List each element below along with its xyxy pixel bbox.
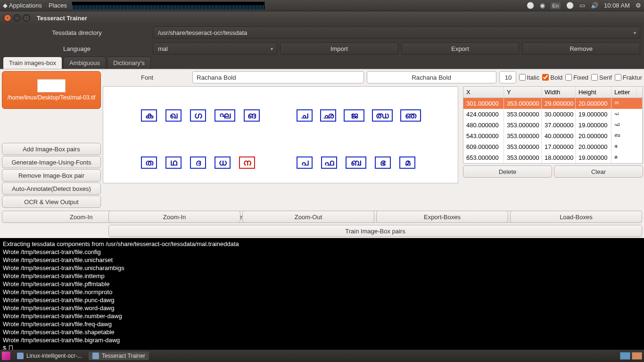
box-list-panel: X Y Width Height Letter 301.000000353.00… (461, 85, 644, 184)
menu-applications[interactable]: ◆ Applications (3, 2, 42, 9)
ocr-view-output-button[interactable]: OCR & View Output (2, 196, 101, 208)
window-minimize-button[interactable]: – (13, 14, 21, 22)
auto-annotate-button[interactable]: Auto-Annotate(Detect boxes) (2, 182, 101, 195)
col-letter[interactable]: Letter (611, 87, 637, 98)
glyph-box[interactable]: ബ (346, 156, 366, 169)
font-row: Font Italic Bold Fixed Serif Fraktur (103, 69, 644, 85)
table-row[interactable]: 653.000000353.00000018.00000019.000000മ (463, 152, 643, 163)
glyph-box[interactable]: പ (297, 156, 313, 169)
workspace-2[interactable] (632, 352, 642, 360)
app-icon (17, 353, 24, 359)
tab-train-images-box[interactable]: Train images-box (3, 57, 62, 69)
font-label: Font (105, 74, 190, 81)
col-y[interactable]: Y (504, 87, 542, 98)
image-thumbnail[interactable]: /home/linux/Desktop/Test/mal-03.tif (2, 71, 101, 109)
table-row[interactable]: 424.000000353.00000030.00000019.000000പ (463, 109, 643, 120)
glyph-box[interactable]: മ (399, 156, 415, 169)
taskbar-item-active[interactable]: Tesseract Trainer (89, 352, 149, 360)
glyph-box[interactable]: ദ (190, 156, 206, 169)
glyph-box[interactable]: ക (141, 109, 157, 122)
table-row[interactable]: 480.000000353.00000037.00000019.000000ഫ (463, 120, 643, 131)
volume-icon[interactable]: 🔊 (591, 2, 598, 9)
font-name-input[interactable] (192, 71, 364, 83)
font-desc-input[interactable] (367, 71, 496, 83)
italic-checkbox[interactable]: Italic (519, 74, 540, 81)
glyph-box[interactable]: ഛ (320, 109, 336, 122)
clear-box-button[interactable]: Clear (554, 165, 643, 178)
font-size-input[interactable] (499, 71, 516, 83)
train-image-box-button[interactable]: Train Image-Box pairs (108, 225, 642, 237)
glyph-box[interactable]: ഝ (372, 109, 393, 122)
add-image-box-button[interactable]: Add Image-Box pairs (2, 143, 101, 155)
tessdata-label: Tessdata directory (4, 29, 150, 36)
thumbnail-preview (37, 79, 66, 92)
col-height[interactable]: Height (576, 87, 611, 98)
window-maximize-button[interactable]: ▢ (23, 14, 30, 22)
tab-dictionarys[interactable]: Dictionary's (107, 57, 151, 69)
glyph-box[interactable]: ഗ (190, 109, 206, 122)
tab-ambiguous[interactable]: Ambiguous (63, 57, 106, 69)
glyph-box[interactable]: ച (297, 109, 313, 122)
terminal-output[interactable]: Extracting tessdata components from /usr… (0, 238, 644, 357)
import-button[interactable]: Import (280, 42, 398, 55)
bluetooth-icon[interactable]: ⚪ (527, 2, 534, 9)
menu-places[interactable]: Places (49, 2, 67, 9)
window-titlebar[interactable]: × – ▢ Tesseract Trainer (0, 11, 644, 25)
glyph-box[interactable]: ഞ (400, 109, 421, 122)
image-canvas[interactable]: ക ഖ ഗ ഘ ങ ച ഛ ജ ഝ ഞ ത ഥ ദ ധ (103, 86, 458, 183)
chevron-down-icon: ▾ (634, 30, 636, 35)
remove-button[interactable]: Remove (522, 42, 640, 55)
glyph-box[interactable]: ഫ (321, 156, 337, 169)
wifi-icon[interactable]: ◉ (540, 2, 545, 9)
taskbar-item[interactable]: Linux-intelligent-ocr-... (13, 352, 86, 360)
glyph-box[interactable]: ങ (244, 109, 260, 122)
box-table[interactable]: X Y Width Height Letter 301.000000353.00… (463, 86, 643, 164)
glyph-box[interactable]: ധ (215, 156, 231, 169)
load-boxes-button[interactable]: Load-Boxes (510, 211, 642, 223)
col-x[interactable]: X (463, 87, 504, 98)
keyboard-lang[interactable]: En (551, 2, 561, 9)
tessdata-combo[interactable]: /usr/share/tesseract-ocr/tessdata▾ (153, 26, 640, 39)
language-row: Language mal▾ Import Export Remove (0, 41, 644, 57)
glyph-box[interactable]: ഘ (215, 109, 235, 122)
export-boxes-button[interactable]: Export-Boxes (376, 211, 508, 223)
train-row: Train Image-Box pairs (0, 224, 644, 238)
left-panel: /home/linux/Desktop/Test/mal-03.tif Add … (0, 69, 103, 210)
table-row[interactable]: 301.000000353.00000029.00000020.000000ന (463, 98, 643, 109)
delete-box-button[interactable]: Delete (463, 165, 552, 178)
fraktur-checkbox[interactable]: Fraktur (615, 74, 642, 81)
battery-icon[interactable]: ▭ (579, 2, 585, 9)
show-apps-icon[interactable] (2, 352, 10, 360)
generate-image-button[interactable]: Generate-Image-Using-Fonts (2, 156, 101, 168)
system-monitor-graph[interactable] (72, 1, 265, 10)
glyph-box[interactable]: ത (141, 156, 157, 169)
zoom-in-button[interactable]: Zoom-In (108, 211, 240, 223)
fixed-checkbox[interactable]: Fixed (565, 74, 588, 81)
clock[interactable]: 10:08 AM (604, 2, 630, 9)
main-body: /home/linux/Desktop/Test/mal-03.tif Add … (0, 69, 644, 210)
table-row[interactable]: 543.000000353.00000040.00000020.000000ബ (463, 131, 643, 141)
table-row[interactable]: 609.000000353.00000017.00000020.000000ഭ (463, 141, 643, 152)
serif-checkbox[interactable]: Serif (591, 74, 612, 81)
bold-checkbox[interactable]: Bold (542, 74, 562, 81)
taskbar: Linux-intelligent-ocr-... Tesseract Trai… (0, 350, 644, 362)
glyph-box[interactable]: ഖ (165, 109, 182, 122)
window-close-button[interactable]: × (4, 14, 11, 22)
language-combo[interactable]: mal▾ (153, 42, 277, 55)
bluetooth2-icon[interactable]: ⚪ (566, 2, 574, 9)
glyph-box[interactable]: ജ (344, 109, 364, 122)
tessdata-row: Tessdata directory /usr/share/tesseract-… (0, 25, 644, 41)
zoom-out-button[interactable]: Zoom-Out (242, 211, 374, 223)
chevron-down-icon: ▾ (271, 46, 273, 51)
remove-image-box-button[interactable]: Remove Image-Box pair (2, 169, 101, 181)
app-tabs: Train images-box Ambiguous Dictionary's (0, 57, 644, 69)
col-width[interactable]: Width (542, 87, 576, 98)
workspace-1[interactable] (620, 352, 630, 360)
glyph-box[interactable]: ഭ (375, 156, 391, 169)
window-title: Tesseract Trainer (37, 15, 87, 22)
gear-icon[interactable]: ⚙ (636, 2, 641, 9)
export-button[interactable]: Export (401, 42, 520, 55)
glyph-box[interactable]: ഥ (165, 156, 182, 169)
glyph-box-selected[interactable]: ന (239, 156, 255, 169)
language-label: Language (4, 45, 150, 52)
